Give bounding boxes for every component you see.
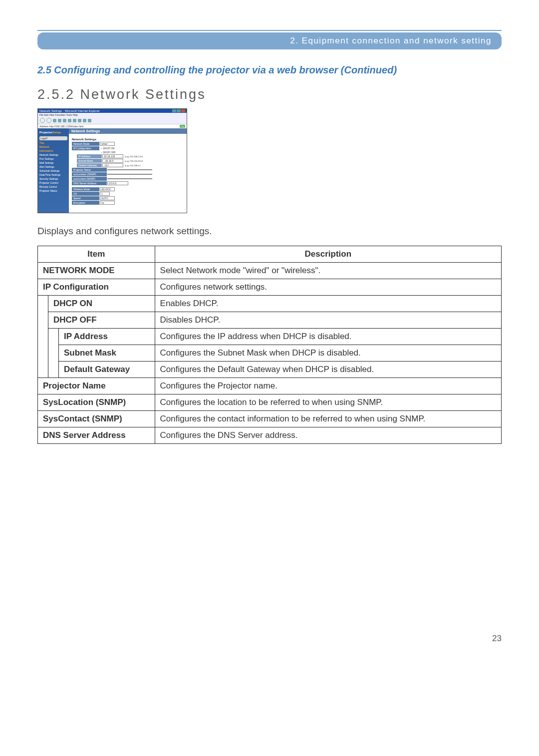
nav-item: Remote Control <box>38 185 69 189</box>
field-syscon-value <box>107 178 152 179</box>
nav-item: Security Settings <box>38 177 69 181</box>
desc-cell: Configures the Default Gateway when DHCP… <box>155 362 501 378</box>
table-row: DNS Server AddressConfigures the DNS Ser… <box>38 427 502 444</box>
close-icon <box>181 109 185 112</box>
field-gateway-label: Default Gateway <box>77 163 102 167</box>
table-row: DHCP ONEnables DHCP. <box>38 296 502 312</box>
ss-subsection: Network Settings <box>72 138 184 141</box>
field-network-mode-value: wired <box>100 142 115 146</box>
ss-titlebar: Network Settings - Microsoft Internet Ex… <box>38 109 187 113</box>
ss-main-title: Network Settings <box>69 128 187 134</box>
field-dns-label: DNS Server Address <box>72 181 107 185</box>
ss-toolbar <box>38 117 187 124</box>
section-heading: 2.5 Configuring and controlling the proj… <box>37 64 502 76</box>
address-label: Address <box>39 125 48 128</box>
item-cell: SysContact (SNMP) <box>38 411 155 427</box>
field-network-mode-label: Network Mode <box>72 142 99 146</box>
desc-cell: Configures the DNS Server address. <box>155 427 501 444</box>
field-enc-label: Encryption <box>72 201 99 205</box>
field-enc-value: no <box>100 201 115 205</box>
indent-spacer <box>38 329 48 345</box>
nav-item: Projector Control <box>38 181 69 185</box>
search-icon <box>68 119 71 122</box>
field-ch-value: 1 <box>100 192 110 196</box>
home-icon <box>63 119 66 122</box>
nav-item: Mail Settings <box>38 161 69 165</box>
nav-item: Projector Status <box>38 189 69 193</box>
indent-spacer <box>38 312 48 329</box>
desc-cell: Enables DHCP. <box>155 296 501 312</box>
field-ipconfig-label: IP Configuration <box>72 146 99 150</box>
nav-item: Date/Time Settings <box>38 173 69 177</box>
item-cell: Default Gateway <box>59 362 155 378</box>
settings-table: Item Description NETWORK MODESelect Netw… <box>37 246 502 444</box>
indent-spacer <box>38 296 48 312</box>
field-sysloc-label: sysLocation (SNMP) <box>72 172 107 176</box>
nav-information: Information <box>38 149 69 153</box>
field-subnet-eg: (e.g.) 255.255.255.0 <box>125 160 143 162</box>
desc-cell: Configures the location to be referred t… <box>155 394 501 411</box>
field-dns-value: 0.0.0.0 <box>107 181 128 185</box>
table-row: SysContact (SNMP)Configures the contact … <box>38 411 502 427</box>
field-ch-label: CH <box>72 192 99 196</box>
desc-cell: Configures network settings. <box>155 279 501 296</box>
indent-spacer <box>48 362 59 378</box>
logoff-button: Logoff <box>39 136 67 140</box>
field-gateway-value: .111 <box>102 163 123 167</box>
indent-spacer <box>38 362 48 378</box>
table-row: Subnet MaskConfigures the Subnet Mask wh… <box>38 345 502 362</box>
table-row: Projector NameConfigures the Projector n… <box>38 378 502 394</box>
item-cell: IP Address <box>59 329 155 345</box>
desc-cell: Select Network mode "wired" or "wireless… <box>155 263 501 279</box>
field-projname-label: Projector Name <box>72 168 107 172</box>
ss-statusbar: Done ● Internet <box>38 213 187 213</box>
field-gateway-eg: (e.g.) 192.168.1.1 <box>125 164 141 167</box>
table-row: NETWORK MODESelect Network mode "wired" … <box>38 263 502 279</box>
indent-spacer <box>48 329 59 345</box>
table-row: IP ConfigurationConfigures network setti… <box>38 279 502 296</box>
table-row: SysLocation (SNMP)Configures the locatio… <box>38 394 502 411</box>
nav-network: Network <box>38 145 69 149</box>
top-divider <box>37 30 502 31</box>
ss-nav: Logoff Top: Network Information Network … <box>38 136 69 193</box>
minimize-icon <box>172 109 176 112</box>
page-number: 23 <box>37 634 502 644</box>
forward-icon <box>46 118 51 123</box>
mail-icon <box>83 119 86 122</box>
print-icon <box>88 119 91 122</box>
item-cell: Subnet Mask <box>59 345 155 362</box>
intro-text: Displays and configures network settings… <box>37 226 502 237</box>
desc-cell: Disables DHCP. <box>155 312 501 329</box>
item-cell: DHCP OFF <box>48 312 155 329</box>
nav-top: Top: <box>38 141 69 145</box>
nav-item: Network Settings <box>38 153 69 157</box>
desc-cell: Configures the Subnet Mask when DHCP is … <box>155 345 501 362</box>
stop-icon <box>53 119 56 122</box>
item-cell: DNS Server Address <box>38 427 155 444</box>
item-cell: NETWORK MODE <box>38 263 155 279</box>
field-wmode-value: AD-HOC <box>100 187 115 191</box>
field-ipaddr-label: IP Address <box>77 154 102 158</box>
go-button: Go <box>180 125 185 128</box>
field-syscon-label: sysContact (SNMP) <box>72 177 107 181</box>
item-cell: DHCP ON <box>48 296 155 312</box>
brand-left: Projector <box>39 131 52 134</box>
radio-dhcp-on: ○ DHCP ON <box>101 147 114 150</box>
back-icon <box>40 118 45 123</box>
th-description: Description <box>155 246 501 263</box>
nav-item: Schedule Settings <box>38 169 69 173</box>
indent-spacer <box>48 345 59 362</box>
ss-menubar: File Edit View Favorites Tools Help <box>38 113 187 117</box>
history-icon <box>78 119 81 122</box>
item-cell: SysLocation (SNMP) <box>38 394 155 411</box>
desc-cell: Configures the Projector name. <box>155 378 501 394</box>
th-item: Item <box>38 246 155 263</box>
nav-item: Port Settings <box>38 157 69 161</box>
field-ipaddr-eg: (e.g.) 192.168.1.254 <box>125 155 143 158</box>
item-cell: Projector Name <box>38 378 155 394</box>
ss-addressbar: Address http://192.168.1.254/index.html … <box>38 124 187 128</box>
chapter-bar: 2. Equipment connection and network sett… <box>37 32 502 49</box>
address-value: http://192.168.1.254/index.html <box>49 125 84 128</box>
ss-main: Network Settings Network Settings Networ… <box>69 128 187 213</box>
table-row: Default GatewayConfigures the Default Ga… <box>38 362 502 378</box>
